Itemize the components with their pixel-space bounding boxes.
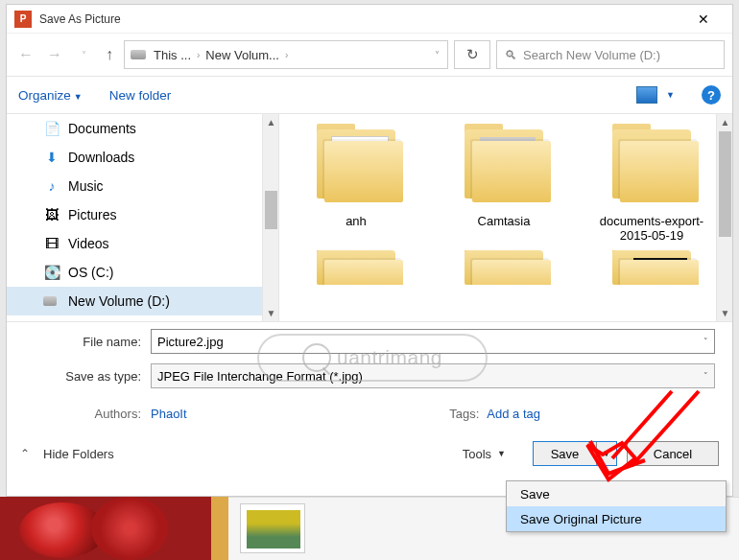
navigation-bar: ← → ˅ ↑ This ... › New Volum... › ˅ ↻ 🔍︎… xyxy=(7,34,732,76)
tree-item-documents[interactable]: 📄 Documents xyxy=(7,114,278,143)
explorer-body: 📄 Documents ⬇ Downloads ♪ Music 🖼 Pictur… xyxy=(7,114,732,321)
close-button[interactable]: ✕ xyxy=(681,5,725,34)
powerpoint-icon: P xyxy=(14,11,32,28)
search-placeholder: Search New Volume (D:) xyxy=(523,48,660,62)
chevron-right-icon[interactable]: › xyxy=(283,50,290,60)
download-icon: ⬇ xyxy=(43,149,60,166)
folder-item[interactable]: anh xyxy=(293,124,419,243)
recent-chevron-icon[interactable]: ˅ xyxy=(72,43,95,66)
save-as-type-select[interactable]: JPEG File Interchange Format (*.jpg) ˅ xyxy=(151,363,715,388)
drive-icon xyxy=(131,50,146,59)
folder-icon xyxy=(599,124,704,208)
save-split-button[interactable]: Save ▼ xyxy=(533,441,617,466)
document-icon: 📄 xyxy=(43,120,60,137)
scroll-down-icon[interactable]: ▼ xyxy=(263,305,279,321)
toolbar: Organize▼ New folder ▼ ? xyxy=(7,76,732,114)
videos-icon: 🎞 xyxy=(43,235,60,252)
view-menu[interactable]: ▼ xyxy=(636,86,675,104)
folder-icon xyxy=(451,124,557,208)
breadcrumb-seg-2[interactable]: New Volum... xyxy=(205,48,279,62)
titlebar: P Save As Picture ✕ xyxy=(7,5,732,34)
refresh-button[interactable]: ↻ xyxy=(454,40,490,69)
scroll-up-icon[interactable]: ▲ xyxy=(717,114,733,130)
bg-photo-thumbnail xyxy=(0,497,211,560)
save-dropdown-menu: Save Save Original Picture xyxy=(506,480,727,532)
authors-label: Authors: xyxy=(7,407,151,421)
chevron-down-icon[interactable]: ˅ xyxy=(703,371,708,381)
save-dropdown-toggle[interactable]: ▼ xyxy=(597,442,616,465)
chevron-up-icon: ⌃ xyxy=(20,447,30,460)
new-folder-button[interactable]: New folder xyxy=(109,88,172,103)
tree-item-videos[interactable]: 🎞 Videos xyxy=(7,229,278,258)
file-name-label: File name: xyxy=(7,335,151,349)
tree-item-downloads[interactable]: ⬇ Downloads xyxy=(7,143,278,172)
slide-thumbnail[interactable] xyxy=(240,503,305,553)
drive-icon xyxy=(43,292,60,310)
tags-label: Tags: xyxy=(449,407,479,421)
tree-item-music[interactable]: ♪ Music xyxy=(7,172,278,200)
folder-label: anh xyxy=(293,214,419,228)
tree-scrollbar[interactable]: ▲ ▼ xyxy=(262,114,278,321)
forward-button[interactable]: → xyxy=(43,43,66,66)
navigation-tree: 📄 Documents ⬇ Downloads ♪ Music 🖼 Pictur… xyxy=(7,114,279,321)
address-dropdown[interactable]: ˅ xyxy=(433,50,441,60)
scroll-thumb[interactable] xyxy=(719,131,731,237)
back-button[interactable]: ← xyxy=(14,43,37,66)
music-icon: ♪ xyxy=(43,177,60,195)
save-as-type-label: Save as type: xyxy=(7,369,151,384)
folder-content: anh Camtasia documents-export-2015- xyxy=(279,114,732,321)
search-input[interactable]: 🔍︎ Search New Volume (D:) xyxy=(496,40,725,69)
folder-item[interactable]: documents-export-2015-05-19 xyxy=(588,124,715,243)
file-name-input[interactable]: Picture2.jpg ˅ xyxy=(151,329,715,354)
organize-menu[interactable]: Organize▼ xyxy=(18,88,83,103)
folder-icon xyxy=(303,124,409,208)
search-icon: 🔍︎ xyxy=(505,48,517,62)
tags-value[interactable]: Add a tag xyxy=(487,407,540,421)
content-scrollbar[interactable]: ▲ ▼ xyxy=(716,114,732,321)
disk-icon: 💽 xyxy=(43,264,60,281)
up-button[interactable]: ↑ xyxy=(101,46,118,63)
cancel-button[interactable]: Cancel xyxy=(627,441,719,466)
folder-item[interactable] xyxy=(588,250,715,285)
save-button[interactable]: Save xyxy=(534,442,597,465)
folder-label: Camtasia xyxy=(441,214,567,228)
dropdown-item-save[interactable]: Save xyxy=(507,481,726,506)
authors-value[interactable]: PhaoIt xyxy=(151,407,187,421)
folder-icon xyxy=(303,250,409,285)
tree-item-new-volume-d[interactable]: New Volume (D:) xyxy=(7,287,278,315)
chevron-right-icon[interactable]: › xyxy=(195,50,202,60)
save-as-dialog: P Save As Picture ✕ ← → ˅ ↑ This ... › N… xyxy=(6,4,733,497)
hide-folders-button[interactable]: Hide Folders xyxy=(43,447,114,461)
view-icon xyxy=(636,86,657,104)
dropdown-item-save-original[interactable]: Save Original Picture xyxy=(507,506,726,531)
scroll-thumb[interactable] xyxy=(265,191,277,229)
breadcrumb-seg-1[interactable]: This ... xyxy=(154,48,191,62)
dialog-footer: ⌃ Hide Folders Tools▼ Save ▼ Cancel xyxy=(7,428,732,479)
scroll-up-icon[interactable]: ▲ xyxy=(263,114,279,130)
folder-item[interactable] xyxy=(293,250,419,285)
folder-icon xyxy=(451,250,557,285)
window-title: Save As Picture xyxy=(39,12,681,26)
address-bar[interactable]: This ... › New Volum... › ˅ xyxy=(124,40,448,69)
form-area: File name: Picture2.jpg ˅ Save as type: … xyxy=(7,321,732,428)
tree-item-pictures[interactable]: 🖼 Pictures xyxy=(7,200,278,229)
tree-item-os-c[interactable]: 💽 OS (C:) xyxy=(7,258,278,287)
folder-item[interactable] xyxy=(441,250,567,285)
folder-label: documents-export-2015-05-19 xyxy=(588,214,715,243)
help-button[interactable]: ? xyxy=(702,85,721,105)
scroll-down-icon[interactable]: ▼ xyxy=(717,305,733,321)
folder-icon xyxy=(599,250,704,285)
chevron-down-icon[interactable]: ˅ xyxy=(703,337,708,346)
tools-menu[interactable]: Tools▼ xyxy=(463,447,506,461)
pictures-icon: 🖼 xyxy=(43,206,60,223)
folder-item[interactable]: Camtasia xyxy=(441,124,567,243)
